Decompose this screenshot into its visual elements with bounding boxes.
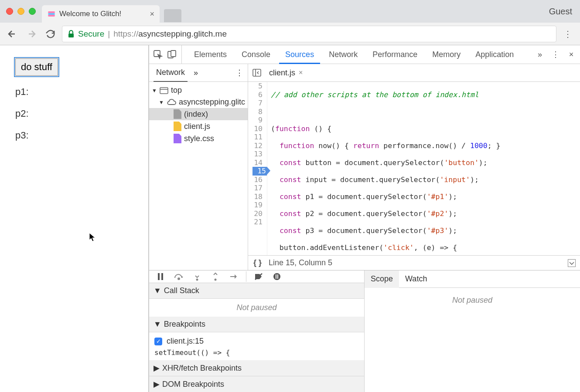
window-controls [0, 8, 42, 15]
close-icon[interactable]: × [299, 69, 303, 77]
editor-tab-clientjs[interactable]: client.js × [265, 64, 307, 82]
editor-status-bar: { } Line 15, Column 5 [248, 255, 580, 270]
breakpoints-header[interactable]: ▼Breakpoints [149, 317, 364, 332]
paragraph-p3: p3: [15, 130, 133, 141]
debugger-controls [149, 270, 364, 283]
svg-rect-1 [48, 13, 55, 15]
back-button[interactable] [4, 26, 20, 42]
tree-label: style.css [184, 134, 214, 143]
disclosure-icon: ▶ [154, 363, 160, 373]
disclosure-icon: ▼ [159, 99, 164, 105]
tree-file-index[interactable]: (index) [149, 108, 248, 120]
css-file-icon [174, 134, 181, 143]
devtools-settings-button[interactable]: ⋮ [549, 48, 562, 61]
tree-domain[interactable]: ▼ asyncstepping.glitc [149, 96, 248, 108]
profile-label[interactable]: Guest [549, 7, 572, 17]
panel-tab-application[interactable]: Application [469, 45, 520, 64]
minimize-window-button[interactable] [17, 8, 24, 15]
pause-button[interactable] [154, 270, 167, 283]
file-tree: ▼ top ▼ asyncstepping.glitc (index) [149, 82, 248, 147]
panel-tab-network[interactable]: Network [323, 45, 364, 64]
title-bar: Welcome to Glitch! × Guest [0, 0, 580, 23]
forward-button[interactable] [24, 26, 39, 42]
dom-breakpoints-header[interactable]: ▶DOM Breakpoints [149, 376, 364, 392]
breakpoint-label: client.js:15 [167, 337, 204, 346]
inspect-element-button[interactable] [152, 48, 164, 61]
breakpoint-entry[interactable]: ✓ client.js:15 setTimeout(() => { [149, 332, 364, 360]
toggle-navigator-button[interactable] [251, 67, 263, 79]
breakpoint-checkbox[interactable]: ✓ [154, 338, 162, 345]
svg-rect-7 [160, 88, 168, 94]
panel-tab-sources[interactable]: Sources [279, 45, 320, 64]
collapse-button[interactable] [568, 259, 576, 267]
url-separator: | [108, 29, 110, 39]
svg-point-13 [178, 278, 180, 280]
step-out-button[interactable] [209, 270, 222, 283]
svg-rect-18 [276, 274, 276, 279]
scope-tab[interactable]: Scope [365, 270, 399, 288]
breakpoint-code: setTimeout(() => { [154, 347, 359, 357]
call-stack-state: Not paused [149, 299, 364, 317]
svg-rect-0 [48, 11, 55, 13]
mouse-cursor-icon [89, 233, 96, 242]
panel-tab-console[interactable]: Console [235, 45, 276, 64]
devtools-tabs: Elements Console Sources Network Perform… [149, 45, 580, 64]
chrome-menu-button[interactable]: ⋮ [560, 26, 576, 42]
call-stack-header[interactable]: ▼Call Stack [149, 283, 364, 299]
code-editor: client.js × 5678910111213141516171819202… [248, 64, 580, 270]
address-bar[interactable]: Secure | https://asyncstepping.glitch.me [62, 26, 556, 42]
browser-chrome: Welcome to Glitch! × Guest Secure | http… [0, 0, 580, 45]
panel-tab-elements[interactable]: Elements [188, 45, 233, 64]
svg-point-15 [215, 279, 217, 281]
tree-label: asyncstepping.glitc [179, 98, 245, 107]
url-text: https://asyncstepping.glitch.me [113, 29, 227, 39]
panel-overflow-button[interactable]: » [534, 48, 546, 61]
paragraph-p2: p2: [15, 108, 133, 119]
reload-button[interactable] [43, 26, 58, 42]
step-into-button[interactable] [191, 270, 203, 283]
document-icon [174, 109, 181, 119]
step-button[interactable] [228, 270, 240, 283]
tab-close-button[interactable]: × [150, 10, 154, 19]
scope-watch-tabs: Scope Watch [365, 270, 580, 288]
tree-file-stylecss[interactable]: style.css [149, 132, 248, 145]
editor-tabs: client.js × [248, 64, 580, 82]
paragraph-p1: p1: [15, 86, 133, 98]
step-over-button[interactable] [173, 270, 185, 283]
debugger-left: ▼Call Stack Not paused ▼Breakpoints ✓ cl… [149, 270, 365, 392]
navigator-tab-network[interactable]: Network [154, 64, 188, 82]
panel-tab-memory[interactable]: Memory [426, 45, 467, 64]
debugger-right: Scope Watch Not paused [365, 270, 580, 392]
tree-file-clientjs[interactable]: client.js [149, 120, 248, 132]
svg-point-17 [273, 273, 280, 280]
editor-content[interactable]: 56789101112131415161718192021 // add oth… [248, 82, 580, 255]
new-tab-button[interactable] [164, 9, 181, 22]
pause-on-exceptions-button[interactable] [271, 270, 283, 283]
secure-label: Secure [78, 29, 104, 39]
tree-top[interactable]: ▼ top [149, 84, 248, 96]
svg-point-14 [196, 279, 198, 281]
deactivate-breakpoints-button[interactable] [252, 270, 265, 283]
code-text[interactable]: // add other scripts at the bottom of in… [267, 82, 504, 255]
cursor-position: Line 15, Column 5 [269, 258, 332, 267]
svg-rect-12 [161, 273, 163, 280]
panel-tab-performance[interactable]: Performance [366, 45, 423, 64]
svg-rect-3 [68, 34, 74, 37]
tree-label: top [171, 86, 182, 95]
device-toggle-button[interactable] [166, 48, 178, 61]
navigator-menu-button[interactable]: ⋮ [235, 68, 243, 78]
line-gutter[interactable]: 56789101112131415161718192021 [248, 82, 267, 255]
cloud-icon [167, 99, 176, 106]
navigator-overflow-button[interactable]: » [194, 68, 198, 78]
svg-rect-2 [48, 15, 55, 17]
close-window-button[interactable] [6, 8, 13, 15]
do-stuff-button[interactable]: do stuff [15, 58, 58, 76]
devtools-close-button[interactable]: × [565, 48, 577, 61]
xhr-breakpoints-header[interactable]: ▶XHR/fetch Breakpoints [149, 360, 364, 376]
disclosure-icon: ▼ [154, 320, 161, 329]
maximize-window-button[interactable] [29, 8, 36, 15]
pretty-print-button[interactable]: { } [253, 258, 262, 267]
browser-tab[interactable]: Welcome to Glitch! × [42, 5, 160, 23]
tab-title: Welcome to Glitch! [59, 10, 146, 18]
watch-tab[interactable]: Watch [399, 270, 433, 288]
